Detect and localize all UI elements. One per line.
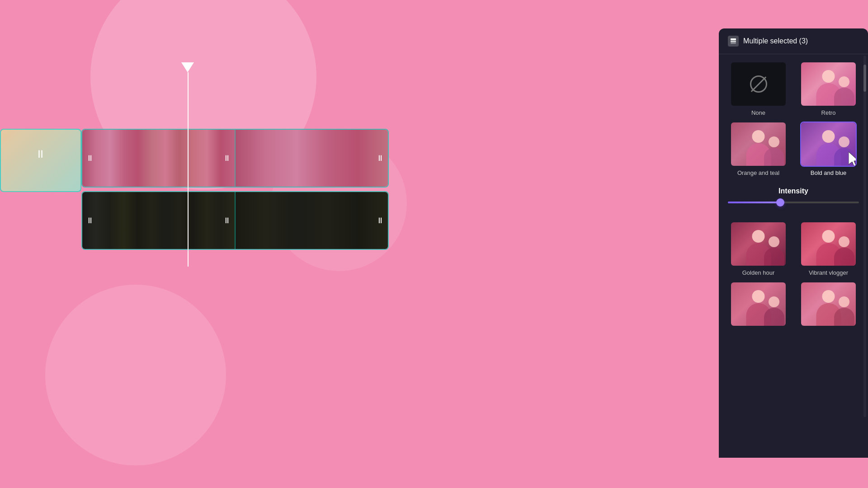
filter-thumb-extra1 [730, 282, 787, 327]
filter-label-none: None [751, 109, 765, 116]
filter-label-bold-blue: Bold and blue [811, 169, 847, 176]
panel-layers-icon [728, 36, 739, 47]
intensity-slider-track[interactable] [728, 202, 859, 203]
mouse-cursor [849, 152, 857, 167]
filter-item-golden-hour[interactable]: Golden hour [726, 221, 791, 276]
scrollbar[interactable] [863, 56, 866, 417]
left-panel-pause-icon: ⏸ [35, 148, 46, 160]
track-1-pause-left[interactable]: ⏸ [86, 154, 94, 163]
svg-marker-3 [849, 152, 857, 167]
playhead[interactable] [188, 72, 189, 267]
filter-grid: None Retro [719, 54, 868, 183]
track-2-segment-2: ⏸ [235, 192, 388, 249]
filter-grid-bottom: Golden hour Vibrant vlogger [719, 214, 868, 337]
track-1-segment-1: ⏸ ⏸ [82, 130, 235, 187]
svg-rect-1 [731, 41, 736, 42]
scrollbar-thumb[interactable] [863, 65, 866, 92]
filter-thumb-golden-hour [730, 221, 787, 267]
filter-label-retro: Retro [821, 109, 836, 116]
panel-title: Multiple selected (3) [743, 37, 808, 45]
intensity-section: Intensity [719, 183, 868, 214]
filter-item-extra1[interactable] [726, 282, 791, 329]
svg-rect-2 [731, 43, 736, 44]
track-2-segment-1: ⏸ ⏸ [82, 192, 235, 249]
filter-thumb-none [730, 61, 787, 107]
svg-rect-0 [731, 38, 736, 40]
playhead-head [181, 62, 194, 72]
track-1-pause-right[interactable]: ⏸ [223, 154, 231, 163]
intensity-slider-container[interactable] [726, 202, 861, 203]
intensity-slider-thumb[interactable] [776, 198, 784, 206]
intensity-title: Intensity [726, 187, 861, 195]
bg-decoration-2 [45, 285, 226, 465]
filter-thumb-orange-teal [730, 122, 787, 167]
filter-label-orange-teal: Orange and teal [737, 169, 779, 176]
intensity-slider-fill [728, 202, 780, 203]
filter-item-retro[interactable]: Retro [796, 61, 861, 116]
track-2: ⏸ ⏸ ⏸ [81, 191, 389, 250]
track-1-segment-2: ⏸ [235, 130, 388, 187]
right-panel: Multiple selected (3) None [719, 28, 868, 458]
track-2-row: ⏸ ⏸ ⏸ [81, 191, 389, 250]
filter-thumb-extra2 [800, 282, 857, 327]
filter-thumb-bold-blue [800, 122, 857, 167]
track-1-segment2-pause-right[interactable]: ⏸ [376, 154, 384, 163]
filter-item-none[interactable]: None [726, 61, 791, 116]
track-2-segment2-pause-right[interactable]: ⏸ [376, 216, 384, 225]
filter-thumb-vibrant-vlogger [800, 221, 857, 267]
panel-header: Multiple selected (3) [719, 28, 868, 54]
track-2-pause-right[interactable]: ⏸ [223, 216, 231, 225]
track-2-pause-left[interactable]: ⏸ [86, 216, 94, 225]
filter-item-extra2[interactable] [796, 282, 861, 329]
left-panel-clip: ⏸ [0, 129, 81, 192]
filter-label-golden-hour: Golden hour [742, 269, 775, 276]
track-1: ⏸ ⏸ ⏸ [81, 129, 389, 188]
filter-item-bold-blue[interactable]: Bold and blue [796, 122, 861, 176]
filter-item-orange-teal[interactable]: Orange and teal [726, 122, 791, 176]
filter-label-vibrant-vlogger: Vibrant vlogger [809, 269, 848, 276]
timeline-area: ⏸ ⏸ ⏸ ⏸ ⏸ ⏸ [81, 129, 389, 253]
filter-item-vibrant-vlogger[interactable]: Vibrant vlogger [796, 221, 861, 276]
track-1-row: ⏸ ⏸ ⏸ [81, 129, 389, 188]
filter-thumb-retro [800, 61, 857, 107]
